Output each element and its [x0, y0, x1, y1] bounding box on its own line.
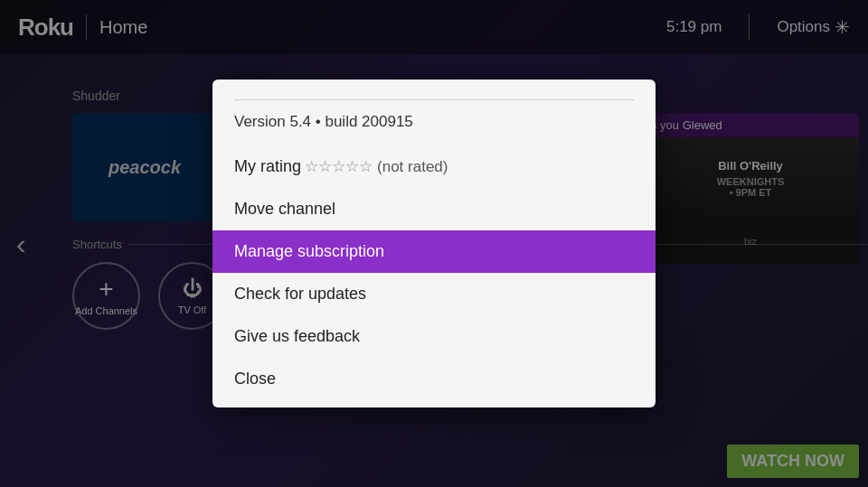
manage-subscription-item[interactable]: Manage subscription — [212, 230, 656, 273]
my-rating-label: My rating — [234, 157, 301, 176]
modal-overlay: Version 5.4 • build 200915 My rating ☆☆☆… — [0, 0, 868, 487]
close-item[interactable]: Close — [212, 358, 656, 400]
move-channel-item[interactable]: Move channel — [212, 188, 656, 230]
version-text: Version 5.4 • build 200915 — [212, 113, 656, 145]
my-rating-item[interactable]: My rating ☆☆☆☆☆ (not rated) — [212, 145, 656, 188]
move-channel-label: Move channel — [234, 200, 335, 218]
manage-subscription-label: Manage subscription — [234, 242, 384, 260]
not-rated-text: (not rated) — [377, 158, 448, 176]
check-for-updates-item[interactable]: Check for updates — [212, 273, 656, 315]
modal-top-line — [234, 99, 634, 100]
context-menu-modal: Version 5.4 • build 200915 My rating ☆☆☆… — [212, 80, 656, 407]
check-for-updates-label: Check for updates — [234, 285, 366, 303]
give-us-feedback-label: Give us feedback — [234, 327, 360, 345]
give-us-feedback-item[interactable]: Give us feedback — [212, 315, 656, 358]
star-rating[interactable]: ☆☆☆☆☆ — [305, 157, 373, 176]
close-label: Close — [234, 370, 276, 388]
modal-menu: My rating ☆☆☆☆☆ (not rated) Move channel… — [212, 145, 656, 400]
